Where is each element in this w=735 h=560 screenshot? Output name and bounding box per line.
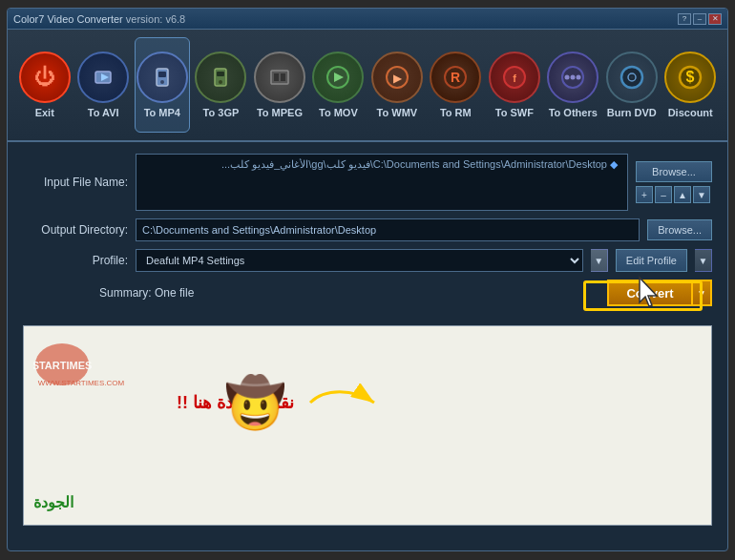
toolbar-discount[interactable]: $ Discount	[662, 37, 717, 133]
burndvd-label: Burn DVD	[607, 107, 657, 118]
profile-select-wrap: Deafult MP4 Settings	[136, 249, 583, 272]
mp4-label: To MP4	[144, 107, 180, 118]
svg-rect-10	[281, 73, 285, 81]
minimize-button[interactable]: –	[693, 13, 706, 25]
avi-icon	[77, 52, 129, 103]
annotation-arrow-svg	[305, 384, 382, 422]
convert-button[interactable]: Convert	[607, 280, 693, 306]
bottom-watermark-text: الجودة	[33, 494, 74, 510]
app-title: Color7 Video Converter version: v6.8	[13, 13, 185, 25]
convert-area: Convert ▼	[607, 280, 712, 306]
window-controls: ? – ✕	[678, 13, 722, 25]
toolbar-burndvd[interactable]: Burn DVD	[604, 37, 659, 133]
profile-arrow-button[interactable]: ▼	[695, 249, 712, 272]
output-browse-button[interactable]: Browse...	[647, 219, 712, 240]
move-down-button[interactable]: ▼	[693, 186, 710, 203]
close-button[interactable]: ✕	[708, 13, 722, 25]
watermark-logo: STARTIMES WWW.STARTIMES.COM	[33, 336, 129, 397]
swf-label: To SWF	[495, 107, 534, 118]
wmv-icon: ▶	[371, 52, 423, 103]
mpeg-label: To MPEG	[257, 107, 303, 118]
svg-text:WWW.STARTIMES.COM: WWW.STARTIMES.COM	[38, 379, 125, 387]
file-controls: + – ▲ ▼	[636, 186, 712, 203]
others-label: To Others	[549, 107, 598, 118]
svg-point-4	[160, 80, 164, 84]
toolbar-rm[interactable]: R To RM	[429, 37, 483, 133]
output-label: Output Directory:	[23, 223, 128, 237]
input-row: Input File Name: ◆ C:\Documents and Sett…	[23, 154, 712, 211]
profile-dropdown-button[interactable]: ▼	[591, 249, 608, 272]
3gp-icon	[195, 52, 246, 103]
exit-icon: ⏻	[19, 52, 71, 103]
profile-label: Profile:	[23, 254, 128, 267]
mov-label: To MOV	[319, 107, 358, 118]
move-up-button[interactable]: ▲	[674, 186, 691, 203]
svg-text:STARTIMES: STARTIMES	[33, 360, 92, 371]
svg-rect-9	[274, 73, 279, 81]
svg-point-21	[577, 75, 581, 80]
rm-icon: R	[430, 52, 481, 103]
discount-label: Discount	[668, 107, 713, 118]
svg-rect-7	[217, 72, 224, 76]
svg-text:f: f	[513, 73, 516, 84]
output-row: Output Directory: Browse...	[23, 218, 712, 241]
preview-area: STARTIMES WWW.STARTIMES.COM نقرة واحدة ه…	[23, 325, 712, 526]
toolbar-wmv[interactable]: ▶ To WMV	[369, 37, 424, 133]
others-icon	[547, 52, 598, 103]
wmv-label: To WMV	[377, 107, 418, 118]
toolbar-3gp[interactable]: To 3GP	[194, 37, 248, 133]
edit-profile-button[interactable]: Edit Profile	[616, 249, 687, 272]
svg-rect-3	[158, 72, 166, 77]
input-browse-button[interactable]: Browse...	[636, 161, 712, 182]
input-label: Input File Name:	[23, 176, 128, 189]
convert-dropdown-button[interactable]: ▼	[693, 280, 712, 306]
avi-label: To AVI	[88, 107, 119, 118]
input-file-list[interactable]: ◆ C:\Documents and Settings\Administrato…	[136, 154, 628, 211]
profile-select[interactable]: Deafult MP4 Settings	[136, 249, 583, 272]
remove-file-button[interactable]: –	[655, 186, 672, 203]
burndvd-icon	[606, 52, 658, 103]
svg-rect-8	[271, 71, 288, 84]
main-content: Input File Name: ◆ C:\Documents and Sett…	[8, 142, 727, 325]
toolbar-exit[interactable]: ⏻ Exit	[17, 37, 72, 133]
svg-point-6	[219, 80, 222, 84]
summary-text: Summary: One file	[23, 286, 599, 300]
add-file-button[interactable]: +	[636, 186, 653, 203]
profile-row: Profile: Deafult MP4 Settings ▼ Edit Pro…	[23, 249, 712, 272]
toolbar-mp4[interactable]: To MP4	[135, 37, 190, 133]
input-browse-col: Browse... + – ▲ ▼	[636, 161, 712, 203]
file-entry: ◆ C:\Documents and Settings\Administrato…	[142, 158, 621, 171]
toolbar-swf[interactable]: f To SWF	[487, 37, 541, 133]
emoji-character: 🤠	[224, 374, 286, 432]
svg-point-24	[630, 76, 633, 79]
titlebar: Color7 Video Converter version: v6.8 ? –…	[8, 9, 727, 30]
rm-label: To RM	[440, 107, 472, 118]
toolbar-others[interactable]: To Others	[546, 37, 600, 133]
bottom-watermark: الجودة	[33, 493, 74, 511]
svg-text:R: R	[451, 70, 460, 85]
help-button[interactable]: ?	[678, 13, 691, 25]
exit-label: Exit	[35, 107, 54, 118]
svg-point-20	[571, 75, 576, 80]
svg-point-19	[565, 75, 570, 80]
toolbar-mov[interactable]: To MOV	[311, 37, 366, 133]
3gp-label: To 3GP	[203, 107, 240, 118]
summary-row: Summary: One file Convert ▼	[23, 280, 712, 306]
output-directory-input[interactable]	[136, 218, 640, 241]
toolbar-mpeg[interactable]: To MPEG	[252, 37, 306, 133]
discount-icon: $	[664, 52, 716, 103]
swf-icon: f	[489, 52, 540, 103]
toolbar-avi[interactable]: To AVI	[75, 37, 130, 133]
app-window: Color7 Video Converter version: v6.8 ? –…	[7, 8, 728, 551]
mov-icon	[312, 52, 364, 103]
mpeg-icon	[254, 52, 305, 103]
svg-text:$: $	[686, 69, 695, 85]
toolbar: ⏻ Exit To AVI To MP4 To 3GP	[8, 30, 727, 142]
mp4-icon	[136, 52, 188, 103]
